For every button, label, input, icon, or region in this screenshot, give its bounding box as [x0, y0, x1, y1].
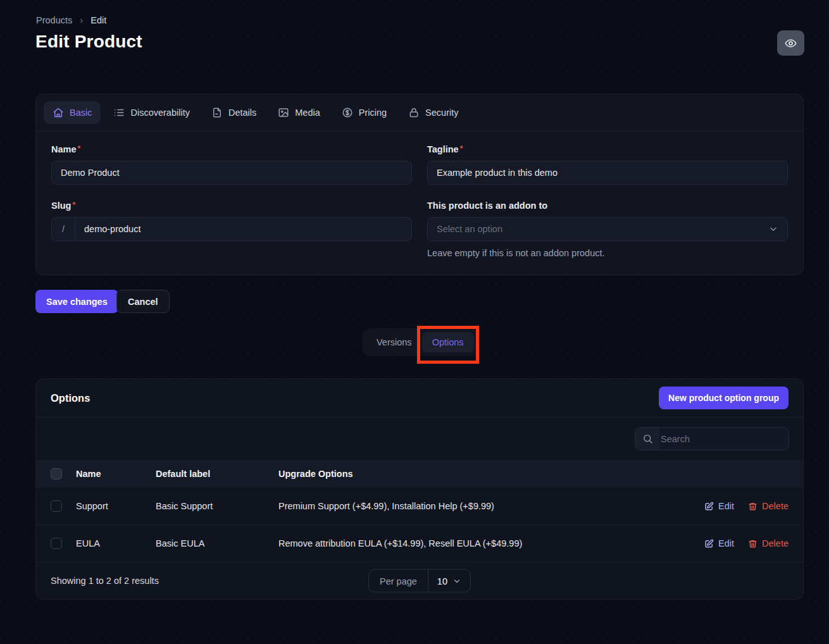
eye-icon	[784, 37, 797, 50]
header-name: Name	[76, 469, 156, 479]
header-upgrade-options: Upgrade Options	[278, 469, 681, 479]
tab-details-label: Details	[228, 108, 256, 118]
edit-icon	[704, 502, 714, 511]
cell-name: Support	[76, 501, 156, 511]
name-input[interactable]	[51, 161, 412, 185]
cancel-button[interactable]: Cancel	[116, 290, 170, 313]
edit-link-label: Edit	[718, 538, 734, 548]
breadcrumb-current: Edit	[90, 15, 106, 25]
tab-basic[interactable]: Basic	[44, 101, 101, 124]
table-row-support: Support Basic Support Premium Support (+…	[36, 488, 803, 525]
options-panel-header: Options New product option group	[36, 379, 803, 418]
row-checkbox-cell	[51, 500, 76, 512]
dollar-circle-icon	[342, 107, 353, 118]
addon-label: This product is an addon to	[427, 201, 788, 211]
select-all-checkbox[interactable]	[51, 468, 62, 480]
home-icon	[53, 107, 64, 118]
tab-discoverability[interactable]: Discoverability	[104, 101, 198, 124]
options-search-row	[36, 418, 803, 460]
cell-upgrade-options: Remove attribution EULA (+$14.99), Resel…	[278, 538, 681, 548]
tab-versions[interactable]: Versions	[366, 332, 422, 352]
per-page-value[interactable]: 10	[428, 570, 470, 592]
tab-basic-label: Basic	[70, 108, 92, 118]
edit-link[interactable]: Edit	[704, 501, 734, 511]
table-row-eula: EULA Basic EULA Remove attribution EULA …	[36, 525, 803, 562]
breadcrumb-products-link[interactable]: Products	[36, 15, 72, 25]
tagline-input[interactable]	[427, 161, 788, 185]
lock-icon	[408, 107, 420, 118]
options-panel-footer: Showing 1 to 2 of 2 results Per page 10	[36, 562, 803, 599]
form-tab-bar: Basic Discoverability Details Media	[36, 94, 803, 132]
cell-default-label: Basic EULA	[156, 538, 278, 548]
row-actions: Edit Delete	[681, 501, 788, 511]
tab-details[interactable]: Details	[203, 101, 265, 124]
breadcrumb-separator: ›	[80, 15, 83, 25]
delete-link[interactable]: Delete	[748, 538, 788, 548]
image-icon	[278, 107, 289, 118]
tab-media-label: Media	[295, 108, 320, 118]
row-checkbox[interactable]	[51, 538, 62, 549]
slug-prefix: /	[52, 218, 75, 240]
form-column-right: Tagline This product is an addon to Sele…	[427, 144, 788, 258]
document-icon	[211, 107, 223, 118]
trash-icon	[748, 502, 757, 511]
per-page-control[interactable]: Per page 10	[368, 569, 471, 593]
cell-name: EULA	[76, 538, 156, 548]
slug-field: /	[51, 217, 412, 241]
options-panel: Options New product option group Name De…	[35, 378, 804, 600]
delete-link-label: Delete	[762, 501, 788, 511]
cell-upgrade-options: Premium Support (+$4.99), Installation H…	[278, 501, 681, 511]
tab-discoverability-label: Discoverability	[130, 108, 189, 118]
chevron-down-icon	[768, 224, 778, 234]
form-column-left: Name Slug /	[51, 144, 412, 258]
breadcrumb: Products › Edit	[36, 15, 106, 25]
edit-link[interactable]: Edit	[704, 538, 734, 548]
tab-options[interactable]: Options	[422, 332, 474, 352]
slug-label: Slug	[51, 201, 412, 211]
search-input[interactable]	[659, 434, 788, 444]
delete-link[interactable]: Delete	[748, 501, 788, 511]
row-checkbox-cell	[51, 538, 76, 549]
per-page-number: 10	[437, 576, 447, 586]
save-button[interactable]: Save changes	[35, 290, 118, 313]
options-table-header: Name Default label Upgrade Options	[36, 460, 803, 488]
list-icon	[113, 107, 125, 118]
tab-pricing-label: Pricing	[359, 108, 387, 118]
name-label: Name	[51, 144, 412, 154]
tab-security[interactable]: Security	[399, 101, 467, 124]
edit-link-label: Edit	[718, 501, 734, 511]
view-switcher: Versions Options	[363, 328, 478, 356]
cell-default-label: Basic Support	[156, 501, 278, 511]
header-checkbox-cell	[51, 468, 76, 480]
product-form-card: Basic Discoverability Details Media	[35, 94, 804, 275]
options-search-box	[635, 427, 789, 450]
tab-pricing[interactable]: Pricing	[333, 101, 396, 124]
chevron-down-icon	[452, 576, 461, 585]
addon-select[interactable]: Select an option	[427, 217, 788, 241]
search-icon	[635, 428, 659, 450]
row-actions: Edit Delete	[681, 538, 788, 548]
delete-link-label: Delete	[762, 538, 788, 548]
results-summary: Showing 1 to 2 of 2 results	[51, 576, 159, 586]
addon-help-text: Leave empty if this is not an addon prod…	[427, 248, 788, 258]
addon-select-placeholder: Select an option	[437, 224, 502, 234]
trash-icon	[748, 539, 757, 548]
page-title: Edit Product	[35, 32, 142, 52]
per-page-label: Per page	[369, 570, 428, 592]
preview-button[interactable]	[777, 30, 804, 56]
edit-product-page: Products › Edit Edit Product Basic Disco…	[0, 0, 829, 644]
form-fields: Name Slug / Tagline This product is an a…	[36, 132, 803, 271]
header-default-label: Default label	[156, 469, 278, 479]
slug-input[interactable]	[75, 218, 411, 240]
tab-security-label: Security	[425, 108, 458, 118]
tab-media[interactable]: Media	[269, 101, 329, 124]
tagline-label: Tagline	[427, 144, 788, 154]
options-panel-title: Options	[51, 392, 90, 404]
new-product-option-group-button[interactable]: New product option group	[659, 387, 788, 409]
edit-icon	[704, 539, 714, 548]
row-checkbox[interactable]	[51, 500, 62, 512]
